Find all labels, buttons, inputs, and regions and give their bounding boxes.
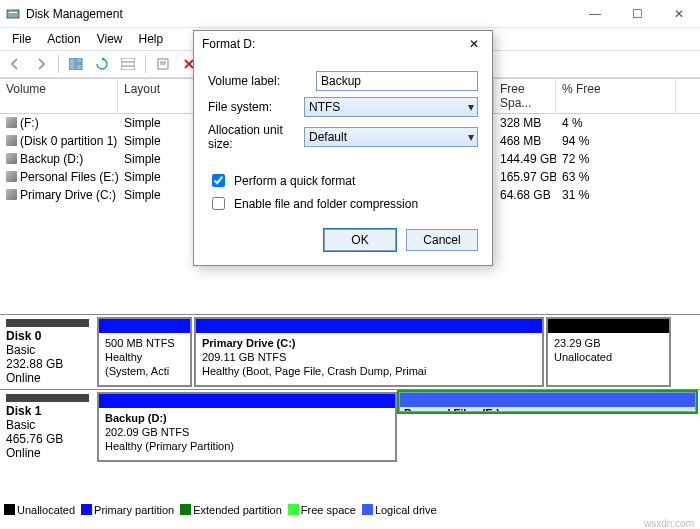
window-title: Disk Management (26, 7, 123, 21)
minimize-button[interactable]: — (574, 0, 616, 28)
menu-file[interactable]: File (4, 30, 39, 48)
legend-bar: Unallocated Primary partition Extended p… (4, 503, 437, 516)
partition-status: Healthy (Primary Partition) (105, 440, 389, 454)
partition-size: 500 MB NTFS (105, 337, 184, 351)
volume-name: Primary Drive (C:) (20, 188, 116, 202)
list-icon[interactable] (117, 53, 139, 75)
disk-size: 465.76 GB (6, 432, 89, 446)
col-volume[interactable]: Volume (0, 79, 118, 113)
volume-pct: 94 % (556, 132, 676, 150)
label-allocation: Allocation unit size: (208, 123, 304, 151)
disk-icon (6, 117, 17, 128)
col-free[interactable]: Free Spa... (494, 79, 556, 113)
disk-status: Online (6, 371, 89, 385)
disk-label: Disk 0 (6, 329, 89, 343)
volume-free: 64.68 GB (494, 186, 556, 204)
menu-action[interactable]: Action (39, 30, 88, 48)
title-bar: Disk Management — ☐ ✕ (0, 0, 700, 28)
svg-rect-2 (69, 58, 75, 70)
ok-button[interactable]: OK (324, 229, 396, 251)
label-volume: Volume label: (208, 74, 316, 88)
refresh-icon[interactable] (91, 53, 113, 75)
svg-rect-1 (9, 12, 17, 13)
compression-input[interactable] (212, 197, 225, 210)
cancel-button[interactable]: Cancel (406, 229, 478, 251)
partition-title: Backup (D:) (105, 412, 389, 426)
volume-name: Personal Files (E:) (20, 170, 118, 184)
filesystem-select[interactable] (304, 97, 478, 117)
properties-icon[interactable] (152, 53, 174, 75)
compression-checkbox[interactable]: Enable file and folder compression (208, 194, 478, 213)
volume-label-input[interactable] (316, 71, 478, 91)
label-filesystem: File system: (208, 100, 304, 114)
partition-status: Healthy (Boot, Page File, Crash Dump, Pr… (202, 365, 536, 379)
disk-row: Disk 0Basic232.88 GBOnline500 MB NTFSHea… (0, 314, 700, 389)
volume-pct: 31 % (556, 186, 676, 204)
volume-pct: 72 % (556, 150, 676, 168)
legend-unallocated: Unallocated (17, 504, 75, 516)
svg-rect-0 (7, 10, 19, 18)
partition-title: Personal Files (E:) (404, 407, 677, 412)
partition-size: 23.29 GB (554, 337, 663, 351)
allocation-select[interactable] (304, 127, 478, 147)
app-icon (6, 7, 20, 21)
quick-format-input[interactable] (212, 174, 225, 187)
partition-title: Primary Drive (C:) (202, 337, 536, 351)
dialog-close-icon[interactable]: ✕ (464, 37, 484, 51)
disk-type: Basic (6, 343, 89, 357)
disk-pane: Disk 0Basic232.88 GBOnline500 MB NTFSHea… (0, 310, 700, 464)
volume-free: 468 MB (494, 132, 556, 150)
partition-status: Unallocated (554, 351, 663, 365)
close-button[interactable]: ✕ (658, 0, 700, 28)
volume-free: 165.97 GB (494, 168, 556, 186)
volume-name: (F:) (20, 116, 39, 130)
menu-help[interactable]: Help (131, 30, 172, 48)
legend-primary: Primary partition (94, 504, 174, 516)
back-icon[interactable] (4, 53, 26, 75)
disk-legend: Disk 1Basic465.76 GBOnline (0, 390, 95, 464)
volume-name: Backup (D:) (20, 152, 83, 166)
volume-name: (Disk 0 partition 1) (20, 134, 117, 148)
disk-legend: Disk 0Basic232.88 GBOnline (0, 315, 95, 389)
partition-size: 209.11 GB NTFS (202, 351, 536, 365)
layout-icon[interactable] (65, 53, 87, 75)
partition[interactable]: Backup (D:)202.09 GB NTFSHealthy (Primar… (97, 392, 397, 462)
volume-free: 328 MB (494, 114, 556, 132)
menu-view[interactable]: View (89, 30, 131, 48)
partition[interactable]: 500 MB NTFSHealthy (System, Acti (97, 317, 192, 387)
partition[interactable]: Primary Drive (C:)209.11 GB NTFSHealthy … (194, 317, 544, 387)
dialog-title: Format D: (202, 37, 255, 51)
partition-status: Healthy (System, Acti (105, 351, 184, 379)
svg-rect-4 (76, 64, 82, 70)
disk-icon (6, 153, 17, 164)
partition-size: 202.09 GB NTFS (105, 426, 389, 440)
disk-status: Online (6, 446, 89, 460)
disk-icon (6, 189, 17, 200)
disk-icon (6, 135, 17, 146)
volume-free: 144.49 GB (494, 150, 556, 168)
legend-extended: Extended partition (193, 504, 282, 516)
disk-type: Basic (6, 418, 89, 432)
partition[interactable]: Personal Files (E:)263.67 GB NTFSHealthy… (399, 392, 696, 412)
svg-rect-5 (121, 58, 135, 70)
svg-rect-3 (76, 58, 82, 63)
legend-free: Free space (301, 504, 356, 516)
format-dialog: Format D: ✕ Volume label: File system: ▾… (193, 30, 493, 266)
quick-format-checkbox[interactable]: Perform a quick format (208, 171, 478, 190)
watermark: wsxdn.com (644, 518, 694, 529)
disk-label: Disk 1 (6, 404, 89, 418)
forward-icon[interactable] (30, 53, 52, 75)
partition[interactable]: 23.29 GBUnallocated (546, 317, 671, 387)
disk-size: 232.88 GB (6, 357, 89, 371)
volume-pct: 4 % (556, 114, 676, 132)
maximize-button[interactable]: ☐ (616, 0, 658, 28)
legend-logical: Logical drive (375, 504, 437, 516)
col-pct[interactable]: % Free (556, 79, 676, 113)
disk-icon (6, 171, 17, 182)
volume-pct: 63 % (556, 168, 676, 186)
disk-row: Disk 1Basic465.76 GBOnlineBackup (D:)202… (0, 389, 700, 464)
